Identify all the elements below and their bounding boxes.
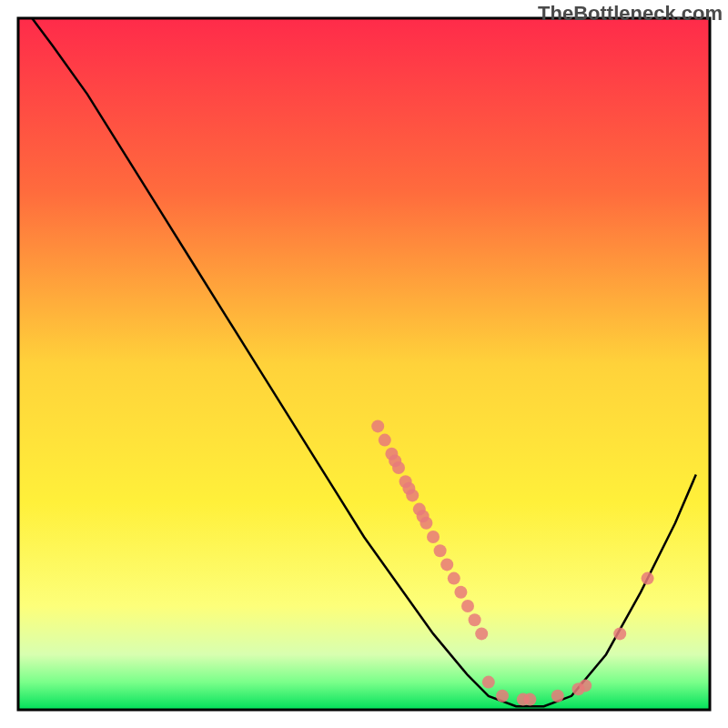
data-point bbox=[448, 572, 460, 585]
data-point bbox=[379, 434, 391, 447]
data-point bbox=[613, 627, 626, 640]
data-point bbox=[420, 517, 432, 530]
data-point bbox=[406, 489, 419, 501]
data-point bbox=[496, 690, 509, 703]
data-point bbox=[551, 690, 564, 703]
data-point bbox=[434, 544, 447, 557]
data-point bbox=[523, 693, 536, 706]
watermark-text: TheBottleneck.com bbox=[538, 2, 723, 25]
data-point bbox=[371, 420, 384, 432]
data-point bbox=[642, 572, 654, 585]
data-point bbox=[427, 531, 440, 543]
data-point bbox=[392, 461, 405, 474]
data-point bbox=[469, 613, 481, 626]
chart-background bbox=[18, 18, 710, 710]
bottleneck-chart: TheBottleneck.com bbox=[0, 0, 728, 728]
data-point bbox=[475, 627, 488, 640]
chart-svg bbox=[0, 0, 728, 728]
data-point bbox=[440, 558, 453, 571]
data-point bbox=[482, 676, 495, 689]
data-point bbox=[461, 600, 474, 612]
data-point bbox=[454, 586, 467, 599]
data-point bbox=[579, 679, 592, 692]
